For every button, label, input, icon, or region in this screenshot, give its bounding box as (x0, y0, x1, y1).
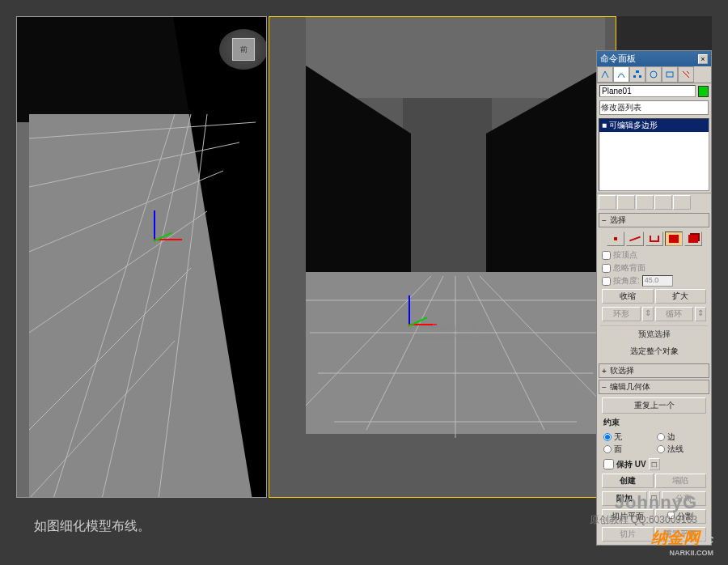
scene-right (269, 17, 616, 497)
arc-icon (616, 70, 626, 79)
svg-line-2 (29, 171, 223, 252)
by-vertex-checkbox[interactable] (602, 251, 611, 260)
transform-gizmo-right[interactable] (408, 295, 437, 327)
loop-button[interactable]: 循环 (655, 307, 694, 321)
preserve-uv-label: 保持 UV (616, 459, 646, 470)
wireframe-grid-left (29, 114, 256, 498)
svg-rect-22 (667, 72, 673, 77)
svg-line-8 (159, 114, 207, 498)
scene-left: 前 (17, 17, 266, 497)
svg-rect-18 (636, 70, 639, 73)
configure-sets-button[interactable] (673, 195, 691, 210)
svg-line-7 (102, 114, 191, 498)
modifier-stack-buttons (597, 193, 711, 211)
svg-line-13 (480, 276, 605, 406)
svg-line-0 (29, 122, 256, 138)
object-color-swatch[interactable] (698, 86, 709, 97)
tab-display[interactable] (662, 66, 678, 83)
viewport-perspective-left[interactable]: 前 (16, 16, 267, 498)
author-name: JohnnyG (590, 492, 697, 513)
constraint-none-radio[interactable] (603, 433, 612, 441)
display-icon (665, 70, 675, 79)
ring-button[interactable]: 环形 (602, 307, 641, 321)
wireframe-grid-right (269, 17, 616, 498)
preserve-uv-settings[interactable]: □ (649, 458, 660, 470)
mode-vertex[interactable] (607, 232, 624, 246)
axis-y[interactable] (154, 232, 173, 242)
subobject-modes (600, 229, 708, 249)
axis-z[interactable] (408, 295, 410, 324)
loop-spinner[interactable]: ⇕ (695, 307, 706, 321)
preview-select-label: 预览选择 (603, 329, 705, 340)
tab-utilities[interactable] (678, 66, 694, 83)
pin-stack-button[interactable] (599, 195, 616, 210)
modifier-stack[interactable]: ■ 可编辑多边形 (599, 118, 709, 191)
svg-line-5 (29, 341, 175, 498)
constraint-face-radio[interactable] (603, 445, 612, 453)
constraint-radios: 无 边 面 法线 (600, 430, 708, 457)
panel-main-tabs (597, 66, 711, 83)
preserve-uv-checkbox[interactable] (603, 459, 614, 469)
motion-icon (649, 70, 658, 79)
selection-body: 按顶点 忽略背面 按角度:45.0 收缩 扩大 环形 ⇕ 循环 ⇕ 预览选择 选… (597, 227, 711, 362)
grow-button[interactable]: 扩大 (655, 289, 707, 304)
unique-button[interactable] (636, 195, 654, 210)
shrink-button[interactable]: 收缩 (602, 289, 654, 304)
rollout-selection[interactable]: 选择 (599, 213, 709, 227)
close-icon[interactable]: × (698, 54, 708, 64)
viewcube-face[interactable]: 前 (232, 38, 255, 61)
axis-z[interactable] (154, 210, 155, 239)
mode-polygon[interactable] (665, 232, 683, 246)
svg-rect-19 (633, 75, 636, 78)
rollout-soft-selection[interactable]: 软选择 (599, 363, 709, 378)
viewport-perspective-right[interactable] (269, 16, 616, 498)
svg-rect-20 (639, 75, 641, 78)
repeat-last-button[interactable]: 重复上一个 (602, 397, 706, 414)
object-name-input[interactable] (599, 85, 696, 97)
selection-info: 选定整个对象 (630, 346, 679, 355)
constraint-edge-radio[interactable] (657, 433, 665, 441)
author-sub: 原创教程 QQ:603009163 (590, 513, 697, 527)
panel-title-text: 命令面板 (600, 53, 636, 65)
tab-hierarchy[interactable] (629, 66, 645, 83)
mode-border[interactable] (645, 232, 663, 246)
mode-edge[interactable] (626, 232, 644, 246)
constraint-normal-radio[interactable] (657, 445, 665, 453)
modifier-list-dropdown[interactable]: 修改器列表 (599, 100, 709, 115)
svg-line-1 (29, 142, 239, 187)
tutorial-frame: 前 (16, 16, 712, 498)
svg-point-21 (650, 71, 657, 78)
tutorial-caption: 如图细化模型布线。 (34, 518, 150, 535)
angle-spinner[interactable]: 45.0 (642, 275, 673, 287)
logo-url: NARKII.COM (651, 549, 713, 557)
collapse-button[interactable]: 塌陷 (655, 474, 707, 488)
modifier-list-row: 修改器列表 (597, 99, 711, 117)
transform-gizmo-left[interactable] (154, 210, 182, 242)
author-credit: JohnnyG 原创教程 QQ:603009163 (590, 492, 697, 527)
command-panel: 命令面板 × 修改器列表 ■ 可编辑多边形 选择 (596, 50, 712, 546)
mode-element[interactable] (684, 232, 702, 246)
watermark-missyuan: 思缘设计论坛 WWW.MISSYUAN.COM (414, 324, 493, 342)
tab-modify[interactable] (613, 66, 629, 83)
viewcube-gizmo[interactable]: 前 (219, 29, 267, 70)
tab-motion[interactable] (645, 66, 662, 83)
svg-line-12 (468, 276, 544, 430)
by-angle-checkbox[interactable] (602, 277, 611, 286)
ignore-backface-checkbox[interactable] (602, 264, 611, 273)
object-name-row (597, 83, 711, 99)
show-result-button[interactable] (617, 195, 635, 210)
rollout-edit-geometry[interactable]: 编辑几何体 (599, 380, 709, 394)
slice-button[interactable]: 切片 (602, 527, 654, 542)
create-button[interactable]: 创建 (602, 474, 654, 488)
panel-titlebar[interactable]: 命令面板 × (597, 51, 711, 66)
ring-spinner[interactable]: ⇕ (642, 307, 654, 321)
constraints-label: 约束 (600, 415, 708, 430)
hammer-icon (681, 70, 691, 79)
ignore-backface-label: 忽略背面 (613, 262, 645, 274)
modifier-stack-item[interactable]: ■ 可编辑多边形 (599, 119, 709, 132)
hierarchy-icon (633, 70, 642, 79)
tab-create[interactable] (597, 66, 613, 83)
svg-line-4 (29, 268, 191, 430)
by-vertex-label: 按顶点 (613, 249, 637, 261)
remove-modifier-button[interactable] (654, 195, 672, 210)
